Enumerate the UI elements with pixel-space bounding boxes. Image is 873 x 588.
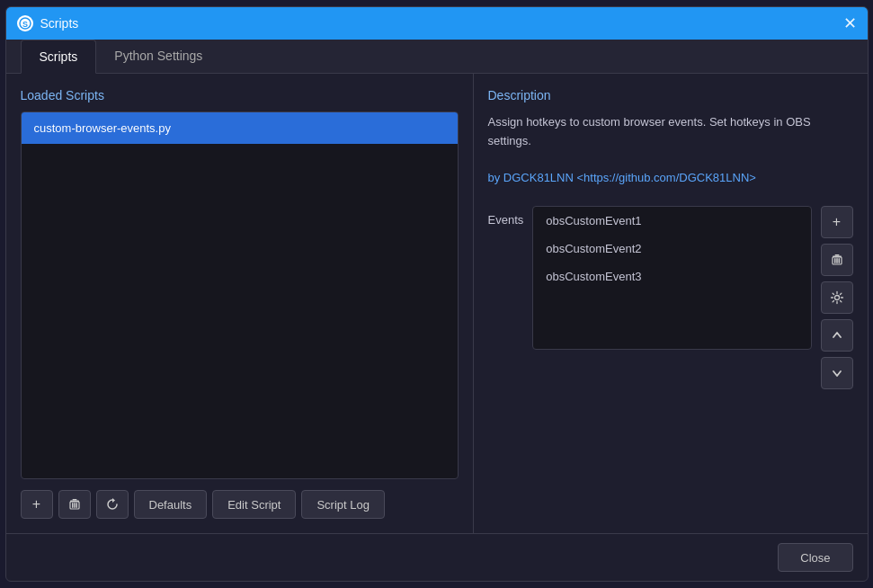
trash-icon (67, 497, 82, 512)
tab-python-settings[interactable]: Python Settings (96, 40, 220, 74)
reload-icon (105, 497, 120, 512)
titlebar: S Scripts ✕ (6, 7, 868, 40)
chevron-up-icon (831, 329, 843, 342)
tab-scripts[interactable]: Scripts (21, 40, 97, 74)
gear-icon (830, 290, 844, 305)
events-label: Events (488, 206, 524, 227)
close-icon[interactable]: ✕ (843, 15, 857, 31)
event-item[interactable]: obsCustomEvent3 (533, 263, 810, 290)
script-item[interactable]: custom-browser-events.py (22, 112, 458, 144)
add-event-button[interactable]: + (821, 206, 853, 238)
description-text: Assign hotkeys to custom browser events.… (488, 113, 853, 188)
events-list: obsCustomEvent1 obsCustomEvent2 obsCusto… (532, 206, 811, 350)
svg-rect-12 (834, 254, 839, 256)
author-text: by DGCK81LNN <https://github.com/DGCK81L… (488, 171, 756, 184)
trash-icon (830, 253, 844, 267)
svg-text:S: S (22, 20, 27, 29)
bottom-toolbar: + Defaul (21, 490, 459, 519)
main-content: Loaded Scripts custom-browser-events.py … (6, 74, 868, 533)
app-icon: S (17, 15, 33, 31)
window-title: Scripts (40, 16, 79, 31)
script-log-button[interactable]: Script Log (301, 490, 385, 519)
reload-script-button[interactable] (96, 490, 129, 519)
move-down-button[interactable] (821, 357, 853, 389)
defaults-button[interactable]: Defaults (134, 490, 208, 519)
event-item[interactable]: obsCustomEvent1 (533, 207, 810, 235)
scripts-list: custom-browser-events.py (21, 111, 459, 479)
left-panel: Loaded Scripts custom-browser-events.py … (6, 74, 474, 533)
events-controls: + (821, 206, 853, 389)
scripts-window: S Scripts ✕ Scripts Python Settings Load… (5, 6, 869, 582)
chevron-down-icon (831, 367, 843, 379)
loaded-scripts-label: Loaded Scripts (21, 88, 459, 102)
delete-event-button[interactable] (821, 244, 853, 276)
delete-script-button[interactable] (58, 490, 91, 519)
tabs-bar: Scripts Python Settings (6, 40, 868, 74)
event-item[interactable]: obsCustomEvent2 (533, 235, 810, 263)
close-button[interactable]: Close (778, 543, 852, 572)
events-section: Events obsCustomEvent1 obsCustomEvent2 o… (488, 206, 853, 519)
svg-rect-9 (836, 258, 838, 263)
svg-rect-4 (76, 503, 77, 508)
edit-script-button[interactable]: Edit Script (212, 490, 296, 519)
settings-event-button[interactable] (821, 281, 853, 314)
description-label: Description (488, 88, 853, 102)
move-up-button[interactable] (821, 319, 853, 352)
svg-rect-6 (72, 499, 76, 501)
svg-rect-8 (834, 258, 836, 263)
right-panel: Description Assign hotkeys to custom bro… (474, 74, 868, 533)
svg-rect-10 (838, 258, 840, 263)
svg-rect-2 (72, 503, 74, 508)
add-script-button[interactable]: + (21, 490, 53, 519)
svg-point-14 (834, 296, 839, 300)
svg-rect-3 (74, 503, 76, 508)
titlebar-left: S Scripts (17, 15, 79, 31)
footer: Close (6, 533, 868, 581)
